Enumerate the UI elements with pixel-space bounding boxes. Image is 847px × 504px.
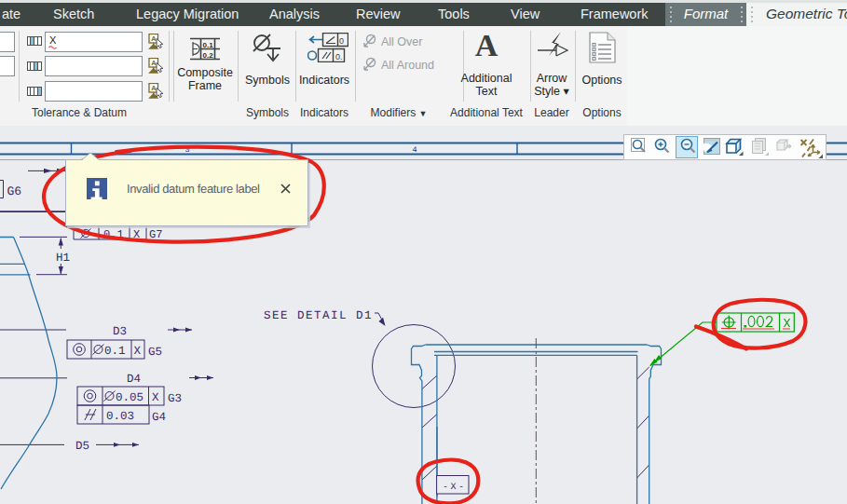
- svg-text:0.05: 0.05: [116, 391, 143, 404]
- svg-text:4: 4: [413, 145, 417, 155]
- svg-text:D5: D5: [75, 440, 89, 453]
- svg-text:D3: D3: [113, 325, 127, 338]
- svg-text:- X -: - X -: [443, 483, 464, 493]
- svg-text:0.03: 0.03: [106, 410, 134, 423]
- svg-text:0.2: 0.2: [203, 51, 214, 60]
- svg-text:0.1: 0.1: [203, 41, 214, 49]
- svg-text:Invalid datum feature label: Invalid datum feature label: [127, 182, 260, 196]
- svg-text:X: X: [49, 34, 57, 46]
- svg-text:G6: G6: [7, 184, 22, 198]
- svg-text:H1: H1: [56, 252, 70, 265]
- svg-text:G3: G3: [168, 392, 182, 405]
- svg-text:SEE DETAIL D1: SEE DETAIL D1: [264, 309, 373, 322]
- svg-text:G4: G4: [152, 411, 166, 424]
- svg-text:0.1: 0.1: [104, 345, 126, 358]
- svg-text:0: 0: [339, 36, 344, 46]
- svg-text:X: X: [152, 391, 159, 404]
- svg-text:0.: 0.: [335, 52, 343, 61]
- svg-text:G5: G5: [148, 346, 162, 359]
- svg-text:X: X: [134, 345, 142, 358]
- svg-text:D4: D4: [127, 373, 141, 386]
